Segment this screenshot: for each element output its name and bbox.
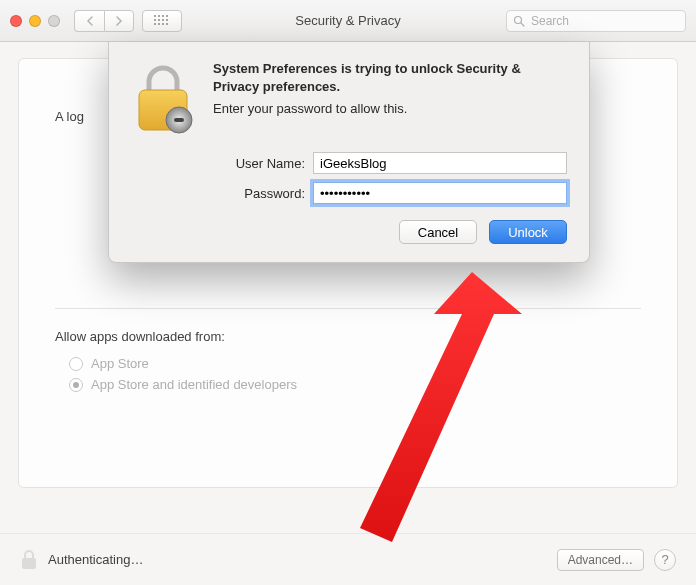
radio-appstore-label: App Store: [91, 356, 149, 371]
window-toolbar: Security & Privacy: [0, 0, 696, 42]
radio-icon: [69, 378, 83, 392]
panel-divider: [55, 308, 641, 309]
auth-subheading: Enter your password to allow this.: [213, 101, 567, 116]
svg-rect-2: [22, 558, 36, 569]
radio-icon: [69, 357, 83, 371]
unlock-button[interactable]: Unlock: [489, 220, 567, 244]
cancel-button-label: Cancel: [418, 225, 458, 240]
svg-point-0: [515, 16, 522, 23]
auth-sheet: System Preferences is trying to unlock S…: [108, 42, 590, 263]
search-field-wrap[interactable]: [506, 10, 686, 32]
radio-identified-label: App Store and identified developers: [91, 377, 297, 392]
auth-heading: System Preferences is trying to unlock S…: [213, 60, 567, 95]
help-icon: ?: [661, 552, 668, 567]
show-all-prefs-button[interactable]: [142, 10, 182, 32]
traffic-lights: [10, 15, 60, 27]
cancel-button[interactable]: Cancel: [399, 220, 477, 244]
close-window-button[interactable]: [10, 15, 22, 27]
lock-large-icon: [131, 62, 195, 138]
username-input[interactable]: [313, 152, 567, 174]
search-icon: [513, 15, 525, 27]
footer-status: Authenticating…: [48, 552, 143, 567]
search-input[interactable]: [531, 14, 679, 28]
password-input[interactable]: [313, 182, 567, 204]
nav-forward-button[interactable]: [104, 10, 134, 32]
help-button[interactable]: ?: [654, 549, 676, 571]
advanced-button[interactable]: Advanced…: [557, 549, 644, 571]
footer-bar: Authenticating… Advanced… ?: [0, 533, 696, 585]
nav-back-forward: [74, 10, 134, 32]
allow-apps-label: Allow apps downloaded from:: [55, 329, 641, 344]
lock-icon: [20, 549, 38, 571]
grid-icon: [154, 15, 170, 27]
nav-back-button[interactable]: [74, 10, 104, 32]
svg-rect-5: [174, 118, 184, 122]
advanced-button-label: Advanced…: [568, 553, 633, 567]
radio-identified-developers[interactable]: App Store and identified developers: [69, 377, 641, 392]
radio-appstore[interactable]: App Store: [69, 356, 641, 371]
minimize-window-button[interactable]: [29, 15, 41, 27]
svg-line-1: [521, 23, 524, 26]
zoom-window-button[interactable]: [48, 15, 60, 27]
unlock-button-label: Unlock: [508, 225, 548, 240]
username-label: User Name:: [213, 156, 305, 171]
window-body: A log Allow apps downloaded from: App St…: [0, 42, 696, 585]
password-label: Password:: [213, 186, 305, 201]
